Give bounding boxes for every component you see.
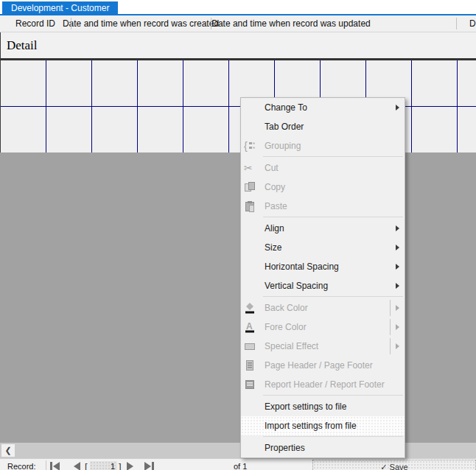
special-effect-icon (244, 340, 256, 352)
submenu-arrow-icon (396, 305, 399, 311)
submenu-arrow-icon (396, 324, 399, 330)
menu-item-label: Back Color (265, 303, 308, 313)
submenu-divider (390, 319, 391, 335)
menu-item-back-color: Back Color (241, 298, 405, 318)
menu-item-export-settings-to-file[interactable]: Export settings to file (241, 397, 405, 416)
save-button-label: Save (390, 463, 408, 470)
menu-item-label: Change To (265, 102, 307, 113)
menu-item-label: Paste (265, 201, 287, 211)
tab-title: Development - Customer (11, 3, 109, 13)
next-record-button[interactable] (127, 462, 133, 470)
menu-item-align[interactable]: Align (241, 219, 405, 238)
submenu-arrow-icon (396, 343, 399, 349)
menu-item-label: Vertical Spacing (265, 281, 328, 291)
copy-icon (244, 181, 256, 193)
first-record-button[interactable] (50, 462, 60, 470)
menu-item-size[interactable]: Size (241, 238, 405, 257)
menu-item-tab-order[interactable]: Tab Order (241, 117, 405, 136)
menu-item-grouping: {Grouping (241, 136, 405, 155)
menu-item-report-header-report-footer: Report Header / Report Footer (241, 375, 405, 394)
menu-item-copy: Copy (241, 178, 405, 197)
menu-item-label: Horizontal Spacing (265, 262, 339, 272)
navbar-divider (46, 460, 46, 470)
scroll-left-button[interactable]: ❮ (1, 444, 15, 457)
menu-item-label: Tab Order (265, 122, 304, 132)
first-record-icon (50, 462, 52, 470)
menu-item-change-to[interactable]: Change To (241, 98, 405, 117)
menu-item-label: Special Effect (265, 341, 318, 351)
column-header-created[interactable]: Date and time when record was created (63, 15, 219, 32)
current-record-input[interactable]: 1 (90, 461, 117, 470)
menu-item-label: Report Header / Report Footer (265, 379, 385, 390)
column-header-record-id[interactable]: Record ID (15, 15, 55, 32)
menu-separator (263, 296, 403, 297)
grouping-icon: { (244, 140, 256, 152)
menu-item-label: Size (265, 242, 281, 253)
svg-text:A: A (246, 321, 253, 332)
cut-icon: ✂ (244, 162, 256, 174)
menu-item-import-settings-from-file[interactable]: Import settings from file (241, 416, 405, 435)
paste-icon (244, 200, 256, 212)
next-record-icon (127, 462, 133, 470)
last-record-button[interactable] (144, 462, 154, 470)
tab-bar: Development - Customer (0, 0, 476, 15)
menu-item-label: Copy (265, 182, 285, 192)
context-menu: Change ToTab Order{Grouping✂CutCopyPaste… (240, 97, 405, 458)
record-count-text: of 1 (234, 462, 247, 470)
page-header-footer-icon (244, 359, 256, 371)
menu-item-label: Export settings to file (265, 401, 346, 412)
submenu-arrow-icon (396, 225, 399, 231)
record-label: Record: (7, 462, 36, 470)
menu-separator (263, 436, 403, 437)
back-color-icon (244, 302, 256, 314)
menu-item-label: Import settings from file (265, 421, 357, 431)
scroll-left-icon: ❮ (4, 446, 11, 455)
menu-item-vertical-spacing[interactable]: Vertical Spacing (241, 276, 405, 295)
menu-item-special-effect: Special Effect (241, 337, 405, 356)
check-icon: ✓ (380, 463, 387, 470)
report-header-footer-icon (244, 379, 256, 390)
last-record-icon (144, 462, 151, 470)
section-label: Detail (7, 38, 38, 53)
submenu-arrow-icon (396, 264, 399, 270)
column-separator (71, 18, 71, 29)
record-box-bracket-right: ] (119, 461, 122, 470)
column-separator (211, 18, 211, 29)
submenu-divider (390, 300, 391, 316)
app-window: Development - Customer Record ID Date an… (0, 0, 476, 470)
save-button[interactable]: ✓ Save (312, 460, 476, 470)
svg-text:{: { (244, 140, 248, 152)
menu-item-label: Grouping (265, 141, 301, 151)
menu-item-horizontal-spacing[interactable]: Horizontal Spacing (241, 257, 405, 276)
column-header-updated[interactable]: Date and time when record was updated (211, 15, 370, 32)
record-box-bracket-left: [ (85, 461, 88, 470)
submenu-arrow-icon (396, 105, 399, 111)
menu-item-label: Page Header / Page Footer (265, 360, 373, 371)
column-header-row: Record ID Date and time when record was … (0, 15, 476, 32)
fore-color-icon: A (244, 321, 256, 333)
menu-separator (263, 217, 403, 217)
previous-record-icon (74, 462, 80, 470)
record-navigation-bar: Record: [ 1 ] of 1 ✓ Save (0, 458, 476, 470)
submenu-arrow-icon (396, 283, 399, 289)
column-separator (456, 18, 457, 29)
menu-item-fore-color: AFore Color (241, 318, 405, 337)
submenu-divider (390, 338, 391, 354)
previous-record-button[interactable] (74, 462, 80, 470)
menu-item-paste: Paste (241, 197, 405, 216)
menu-separator (263, 395, 403, 396)
column-header-clipped[interactable]: D (469, 15, 476, 32)
menu-item-label: Properties (265, 443, 305, 453)
menu-item-page-header-page-footer: Page Header / Page Footer (241, 356, 405, 375)
menu-item-label: Fore Color (265, 322, 307, 332)
menu-item-properties[interactable]: Properties (241, 438, 405, 457)
section-header-detail[interactable]: Detail (0, 32, 476, 60)
menu-separator (263, 156, 403, 157)
submenu-arrow-icon (396, 245, 399, 250)
menu-item-label: Align (265, 223, 284, 234)
menu-item-cut: ✂Cut (241, 158, 405, 178)
menu-item-label: Cut (265, 163, 279, 173)
svg-text:✂: ✂ (244, 162, 253, 174)
